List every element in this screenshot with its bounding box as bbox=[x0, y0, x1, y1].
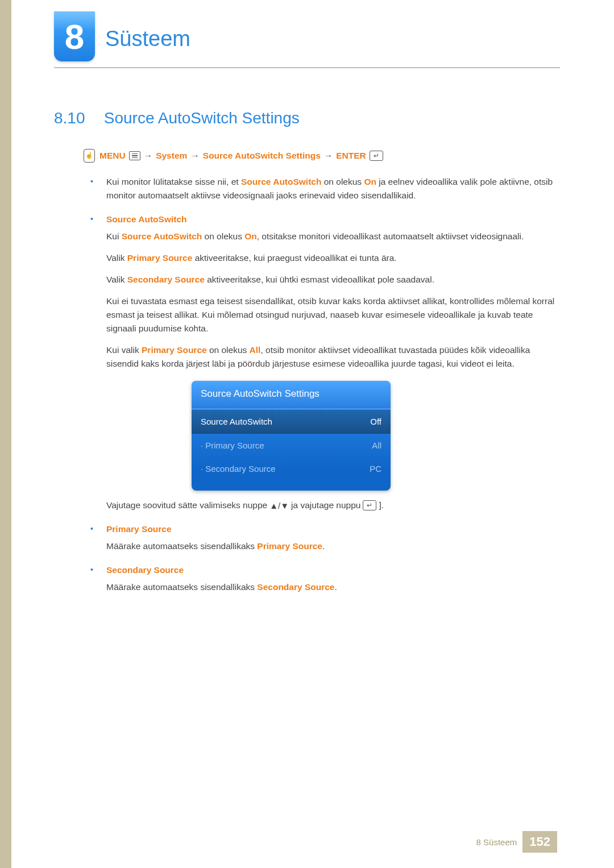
page-number: 152 bbox=[522, 831, 557, 853]
text: Kui bbox=[106, 231, 122, 241]
panel-title: Source AutoSwitch Settings bbox=[192, 381, 391, 409]
menu-button-icon bbox=[129, 151, 140, 160]
text: Valik bbox=[106, 253, 127, 263]
enter-icon: ↵ bbox=[370, 151, 383, 161]
term: Primary Source bbox=[127, 253, 193, 263]
text: on olekus bbox=[207, 345, 250, 355]
text: aktiveeritakse, kui praegust videoallika… bbox=[192, 253, 396, 263]
content-area: ☝ MENU → System → Source AutoSwitch Sett… bbox=[82, 149, 560, 604]
text: Kui monitor lülitatakse sisse nii, et bbox=[106, 177, 241, 186]
term: On bbox=[364, 177, 376, 186]
page-footer: 8 Süsteem 152 bbox=[0, 830, 614, 853]
section-title: Source AutoSwitch Settings bbox=[104, 109, 300, 127]
chapter-title: Süsteem bbox=[105, 27, 190, 51]
section-heading: 8.10 Source AutoSwitch Settings bbox=[54, 109, 300, 127]
row-label: Secondary Source bbox=[205, 464, 275, 474]
menu-path: ☝ MENU → System → Source AutoSwitch Sett… bbox=[82, 149, 560, 163]
intro-bullet: Kui monitor lülitatakse sisse nii, et So… bbox=[82, 175, 560, 202]
row-value: All bbox=[372, 439, 381, 452]
text: on olekus bbox=[321, 177, 364, 186]
bullet-source-autoswitch: Source AutoSwitch Kui Source AutoSwitch … bbox=[82, 213, 560, 512]
header-rule bbox=[54, 67, 560, 68]
text: Vajutage soovitud sätte valimiseks nuppe bbox=[106, 499, 267, 512]
text: Kui valik bbox=[106, 345, 142, 355]
bullet-primary-source: Primary Source Määrake automaatseks sise… bbox=[82, 522, 560, 553]
text: Määrake automaatseks sisendallikaks bbox=[106, 582, 257, 592]
text: aktiveeritakse, kui ühtki esmast videoal… bbox=[205, 275, 434, 284]
settings-panel: Source AutoSwitch Settings Source AutoSw… bbox=[192, 381, 391, 491]
text: Valik bbox=[106, 275, 127, 284]
term: Primary Source bbox=[142, 345, 207, 355]
chapter-header: 8 Süsteem bbox=[54, 11, 190, 61]
text: Määrake automaatseks sisendallikaks bbox=[106, 541, 257, 551]
side-stripe bbox=[0, 0, 11, 868]
remote-icon: ☝ bbox=[84, 149, 95, 163]
text: . bbox=[322, 541, 325, 551]
text: ]. bbox=[379, 499, 384, 512]
term: On bbox=[244, 231, 257, 241]
term: Source AutoSwitch bbox=[122, 231, 202, 241]
arrow-icon: → bbox=[144, 149, 153, 163]
term: Source AutoSwitch bbox=[241, 177, 322, 186]
arrow-icon: → bbox=[324, 149, 333, 163]
menu-label: MENU bbox=[99, 149, 126, 163]
text: Kui ei tuvastata esmast ega teisest sise… bbox=[106, 294, 560, 335]
row-label: Source AutoSwitch bbox=[201, 415, 272, 428]
panel-row[interactable]: ·Secondary Source PC bbox=[192, 457, 391, 480]
footer-chapter: 8 Süsteem bbox=[476, 837, 517, 847]
term: Secondary Source bbox=[127, 275, 205, 284]
enter-icon: ↵ bbox=[363, 500, 376, 510]
chapter-badge: 8 bbox=[54, 11, 95, 61]
section-number: 8.10 bbox=[54, 109, 99, 127]
arrow-icon: → bbox=[190, 149, 200, 163]
row-value: Off bbox=[370, 415, 381, 428]
text: ja vajutage nuppu bbox=[291, 499, 360, 512]
updown-icon: ▲/▼ bbox=[269, 499, 289, 512]
term: Primary Source bbox=[257, 541, 322, 551]
text: , otsitakse monitori videoallikast autom… bbox=[257, 231, 524, 241]
text: . bbox=[334, 582, 337, 592]
row-value: PC bbox=[370, 462, 381, 475]
sub-heading: Source AutoSwitch bbox=[106, 213, 560, 226]
enter-label: ENTER bbox=[336, 149, 366, 163]
text: on olekus bbox=[202, 231, 244, 241]
panel-row[interactable]: ·Primary Source All bbox=[192, 434, 391, 457]
term: All bbox=[250, 345, 261, 355]
row-label: Primary Source bbox=[205, 441, 264, 450]
term: Secondary Source bbox=[257, 582, 334, 592]
chapter-number: 8 bbox=[65, 16, 84, 57]
sub-heading: Primary Source bbox=[106, 522, 560, 536]
nav-system: System bbox=[156, 149, 187, 163]
nav-path: Source AutoSwitch Settings bbox=[203, 149, 321, 163]
panel-row-selected[interactable]: Source AutoSwitch Off bbox=[192, 409, 391, 434]
bullet-secondary-source: Secondary Source Määrake automaatseks si… bbox=[82, 563, 560, 594]
sub-heading: Secondary Source bbox=[106, 563, 560, 577]
